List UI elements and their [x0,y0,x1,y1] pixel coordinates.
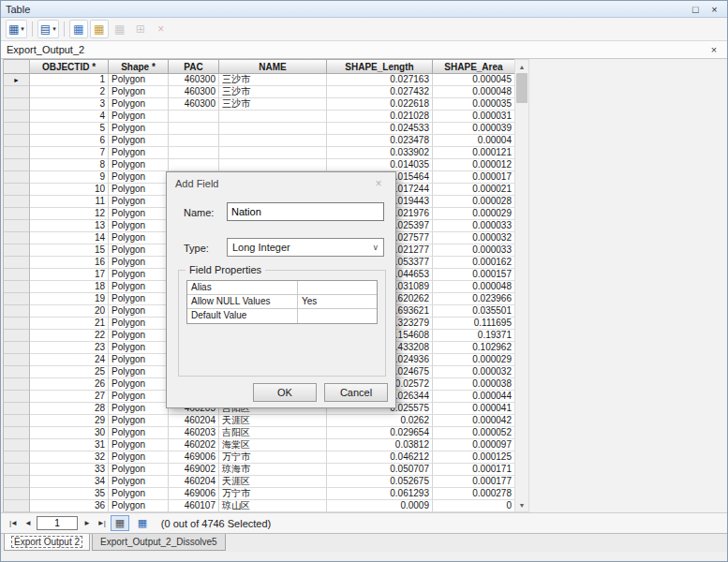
table-cell[interactable]: 27 [30,391,109,403]
table-row[interactable]: 29Polygon460204天涯区0.02620.000042 [4,415,514,427]
table-cell[interactable]: 0.000177 [433,476,515,488]
row-selector[interactable] [4,86,30,98]
table-cell[interactable]: 0.027163 [327,74,433,86]
row-selector[interactable] [4,415,30,427]
table-cell[interactable]: 22 [30,330,109,342]
table-cell[interactable]: Polygon [109,354,169,366]
table-cell[interactable]: 6 [30,135,109,147]
table-cell[interactable]: Polygon [109,171,169,184]
table-cell[interactable]: 469006 [169,451,219,464]
table-cell[interactable]: 0.000125 [433,451,515,464]
row-selector[interactable] [4,366,30,378]
table-cell[interactable]: Polygon [109,391,169,403]
table-cell[interactable]: Polygon [109,330,169,342]
first-record-button[interactable]: |◄ [7,519,19,527]
table-cell[interactable]: 0.000033 [433,244,515,257]
table-cell[interactable]: 0.000052 [433,427,515,439]
table-cell[interactable]: 10 [30,184,109,196]
vertical-scrollbar[interactable]: ▲ ▼ [514,59,529,512]
table-cell[interactable]: Polygon [109,232,169,244]
table-cell[interactable]: Polygon [109,111,169,123]
table-cell[interactable]: 469002 [169,464,219,476]
table-cell[interactable]: Polygon [109,366,169,378]
table-cell[interactable]: 0.102962 [433,342,515,354]
table-cell[interactable]: 28 [30,403,109,415]
table-cell[interactable]: 琼山区 [219,500,327,512]
table-cell[interactable]: 16 [30,257,109,269]
table-row[interactable]: 3Polygon460300三沙市0.0226180.000035 [4,98,514,111]
table-cell[interactable]: 25 [30,366,109,378]
table-cell[interactable]: Polygon [109,159,169,171]
scroll-up-icon[interactable]: ▲ [515,60,528,73]
table-row[interactable]: 2Polygon460300三沙市0.0274320.000048 [4,86,514,98]
row-selector[interactable]: ► [4,74,30,86]
property-value[interactable]: Yes [298,295,377,309]
table-cell[interactable]: 0.000035 [433,98,515,111]
table-cell[interactable]: Polygon [109,476,169,488]
table-cell[interactable]: Polygon [109,196,169,208]
table-cell[interactable]: 0.061293 [327,488,433,500]
related-tables-button[interactable]: ▤▾ [37,20,59,38]
table-cell[interactable]: 2 [30,86,109,98]
table-cell[interactable] [219,123,327,135]
table-cell[interactable]: Polygon [109,184,169,196]
table-cell[interactable]: Polygon [109,135,169,147]
table-cell[interactable]: 0.000048 [433,86,515,98]
table-cell[interactable]: Polygon [109,464,169,476]
table-cell[interactable]: 14 [30,232,109,244]
table-row[interactable]: 5Polygon0.0245330.000039 [4,123,514,135]
table-cell[interactable]: 17 [30,269,109,281]
row-selector[interactable] [4,500,30,512]
table-cell[interactable]: 吉阳区 [219,427,327,439]
cancel-button[interactable]: Cancel [324,383,388,402]
row-selector[interactable] [4,342,30,354]
table-cell[interactable]: 三沙市 [219,74,327,86]
table-row[interactable]: 35Polygon469006万宁市0.0612930.000278 [4,488,514,500]
row-selector[interactable] [4,488,30,500]
table-cell[interactable]: 469006 [169,488,219,500]
table-cell[interactable]: 460107 [169,500,219,512]
row-selector[interactable] [4,244,30,257]
table-cell[interactable]: 0.000278 [433,488,515,500]
table-cell[interactable]: 0.19371 [433,330,515,342]
table-cell[interactable]: 460300 [169,98,219,111]
table-cell[interactable]: Polygon [109,318,169,330]
table-cell[interactable] [169,111,219,123]
row-selector[interactable] [4,147,30,159]
previous-record-button[interactable]: ◄ [22,519,33,527]
table-cell[interactable]: 19 [30,293,109,305]
table-cell[interactable]: 36 [30,500,109,512]
row-selector[interactable] [4,135,30,147]
table-cell[interactable]: 0.0009 [327,500,433,512]
table-cell[interactable]: 0.027432 [327,86,433,98]
table-cell[interactable]: 31 [30,439,109,451]
table-cell[interactable]: Polygon [109,415,169,427]
row-selector[interactable] [4,354,30,366]
table-row[interactable]: 31Polygon460202海棠区0.038120.000097 [4,439,514,451]
table-cell[interactable]: Polygon [109,220,169,232]
table-cell[interactable]: 24 [30,354,109,366]
column-header[interactable]: Shape * [109,59,169,74]
table-cell[interactable]: 0.03812 [327,439,433,451]
table-cell[interactable]: 琼海市 [219,464,327,476]
table-cell[interactable]: 0.046212 [327,451,433,464]
row-selector[interactable] [4,98,30,111]
table-cell[interactable]: 15 [30,244,109,257]
table-cell[interactable]: 0.000038 [433,378,515,391]
type-dropdown[interactable]: Long Integer ∨ [227,238,384,257]
table-cell[interactable]: 0.024533 [327,123,433,135]
table-cell[interactable] [169,147,219,159]
scroll-down-icon[interactable]: ▼ [515,498,528,511]
name-input[interactable] [227,202,384,221]
table-cell[interactable]: 三沙市 [219,98,327,111]
select-all-corner[interactable] [4,59,30,74]
dialog-close-icon[interactable]: × [370,177,387,190]
table-cell[interactable]: 天涯区 [219,476,327,488]
table-cell[interactable]: 0 [433,500,515,512]
table-cell[interactable]: 0.022618 [327,98,433,111]
table-cell[interactable]: Polygon [109,500,169,512]
table-cell[interactable]: Polygon [109,403,169,415]
table-cell[interactable]: 0.000032 [433,232,515,244]
table-cell[interactable] [219,159,327,171]
table-cell[interactable]: Polygon [109,451,169,464]
